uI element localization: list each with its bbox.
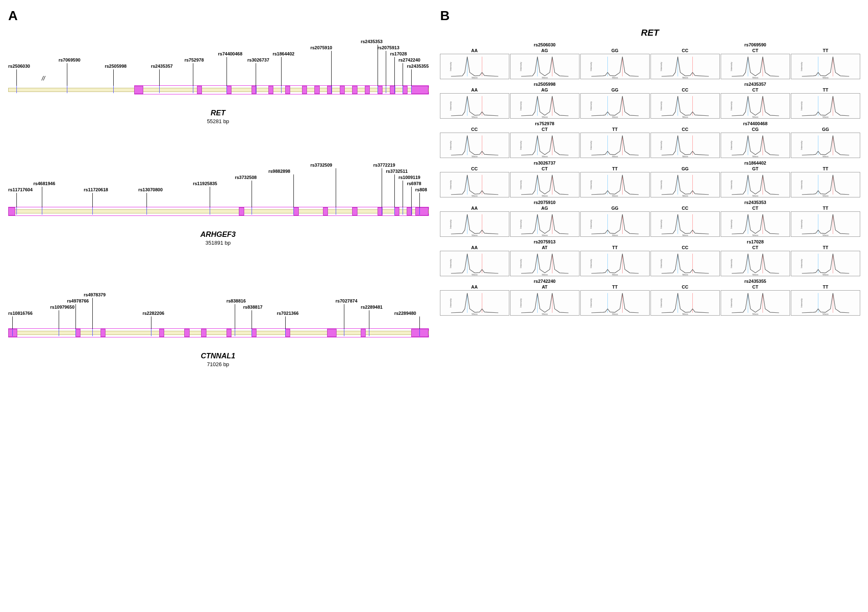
rs-header: rs2435355 (744, 279, 766, 284)
svg-text:Mass: Mass (472, 76, 477, 79)
snp-label: rs838817 (243, 305, 263, 309)
svg-text:Mass: Mass (612, 234, 618, 236)
genotype-label: AG (541, 87, 548, 92)
spectrum-cell: TTMassIntensity (791, 279, 860, 316)
snp-label: rs10816766 (8, 311, 32, 316)
snp-label: rs808 (415, 187, 427, 192)
svg-text:Mass: Mass (542, 116, 547, 118)
rs-header: rs74400468 (743, 121, 767, 127)
svg-text:Mass: Mass (612, 76, 618, 79)
svg-text:Intensity: Intensity (800, 101, 803, 110)
svg-text:Intensity: Intensity (730, 298, 733, 307)
svg-text:Intensity: Intensity (449, 180, 452, 189)
snp-label: rs7069590 (59, 57, 80, 62)
snp-label: rs2742240 (399, 57, 420, 62)
genotype-label: CC (682, 206, 688, 211)
snp-label: rs2289480 (394, 311, 416, 316)
svg-text:Intensity: Intensity (590, 220, 592, 229)
spectrum-cell: rs2435355CTMassIntensity (721, 279, 790, 316)
rs-header: rs17028 (747, 239, 764, 245)
svg-text:Intensity: Intensity (730, 220, 733, 229)
svg-text:Mass: Mass (752, 234, 758, 236)
svg-text:Intensity: Intensity (520, 180, 522, 189)
genotype-label: TT (823, 87, 828, 92)
svg-text:Mass: Mass (542, 313, 547, 315)
svg-text:Mass: Mass (542, 155, 547, 158)
svg-text:Intensity: Intensity (730, 62, 733, 71)
snp-label: rs11925835 (193, 181, 217, 186)
svg-text:Intensity: Intensity (520, 101, 522, 110)
svg-text:Mass: Mass (822, 313, 828, 315)
spectrum-cell: rs7069590CTMassIntensity (721, 42, 790, 79)
rs-header: rs752978 (535, 121, 554, 127)
panel-b: B RET AAMassIntensityrs2506030AGMassInte… (440, 8, 860, 392)
genotype-label: AA (471, 48, 478, 53)
svg-text:Mass: Mass (752, 313, 758, 315)
gene-name-ctnnal1: CTNNAL1 (8, 352, 428, 360)
snp-label: rs6978 (407, 181, 421, 186)
svg-text:Mass: Mass (472, 155, 477, 158)
spectrum-cell: rs1864402GTMassIntensity (721, 160, 790, 197)
svg-text:Intensity: Intensity (520, 259, 522, 268)
rs-header: rs2506030 (534, 42, 556, 48)
snp-label: rs1009119 (399, 175, 420, 180)
snp-label: rs2282206 (142, 311, 164, 316)
spectrum-cell: CCMassIntensity (440, 160, 509, 197)
rs-header: rs2435353 (744, 200, 766, 206)
spectrum-cell: TTMassIntensity (791, 42, 860, 79)
genotype-label: TT (612, 284, 617, 289)
spectrum-cell: rs17028CTMassIntensity (721, 239, 790, 276)
genotype-label: TT (823, 206, 828, 211)
svg-text:Mass: Mass (612, 313, 618, 315)
spectrum-cell: GGMassIntensity (581, 200, 649, 237)
spectrum-plot: MassIntensity (580, 172, 650, 197)
spectrum-cell: CCMassIntensity (651, 42, 719, 79)
svg-text:Intensity: Intensity (590, 62, 592, 71)
svg-text:Mass: Mass (752, 76, 758, 79)
svg-text:Intensity: Intensity (449, 220, 452, 229)
spectrum-cell: TTMassIntensity (791, 200, 860, 237)
snp-label: rs7027874 (336, 298, 357, 303)
spectrum-plot: MassIntensity (440, 93, 509, 119)
spectrum-cell: TTMassIntensity (581, 160, 649, 197)
genotype-label: CT (542, 127, 548, 132)
snp-label: rs2075910 (310, 45, 332, 50)
svg-text:Mass: Mass (682, 76, 688, 79)
rs-header: rs3026737 (534, 160, 556, 166)
snp-label: rs10979650 (50, 305, 74, 309)
spectrum-plot: MassIntensity (510, 54, 579, 79)
spectrum-cell: TTMassIntensity (791, 160, 860, 197)
svg-text:Mass: Mass (752, 195, 758, 197)
svg-text:Intensity: Intensity (590, 180, 592, 189)
snp-label: rs11720618 (84, 187, 108, 192)
snp-label: rs2506030 (8, 64, 30, 69)
snp-label: rs9882898 (268, 169, 290, 174)
svg-text:Mass: Mass (542, 195, 547, 197)
genotype-label: CC (682, 87, 688, 92)
genotype-label: AT (542, 284, 547, 289)
spectrum-plot: MassIntensity (721, 251, 790, 276)
spectrum-cell: CCMassIntensity (651, 200, 719, 237)
genotype-label: GG (611, 48, 618, 53)
rs-header: rs1864402 (744, 160, 766, 166)
spectrum-plot: MassIntensity (791, 290, 860, 316)
svg-text:Intensity: Intensity (449, 101, 452, 110)
gene-size-ret: 55281 bp (8, 118, 428, 124)
spectrum-plot: MassIntensity (791, 133, 860, 158)
svg-text:Mass: Mass (682, 155, 688, 158)
spectrum-cell: rs2435353CTMassIntensity (721, 200, 790, 237)
genotype-label: AT (542, 245, 547, 250)
genotype-label: TT (823, 166, 828, 171)
spectrum-plot: MassIntensity (650, 133, 720, 158)
spectrum-plot: MassIntensity (440, 133, 509, 158)
genotype-label: GG (822, 127, 829, 132)
svg-text:Mass: Mass (752, 116, 758, 118)
svg-text:Mass: Mass (542, 273, 547, 276)
spectrum-cell: CCMassIntensity (651, 239, 719, 276)
snp-label: rs3026737 (247, 57, 269, 62)
svg-text:Mass: Mass (822, 116, 828, 118)
snp-label: rs2289481 (361, 305, 382, 309)
snp-label: rs2435353 (361, 39, 382, 44)
gene-block-ret: // (8, 28, 428, 124)
spectrum-plot: MassIntensity (510, 172, 579, 197)
